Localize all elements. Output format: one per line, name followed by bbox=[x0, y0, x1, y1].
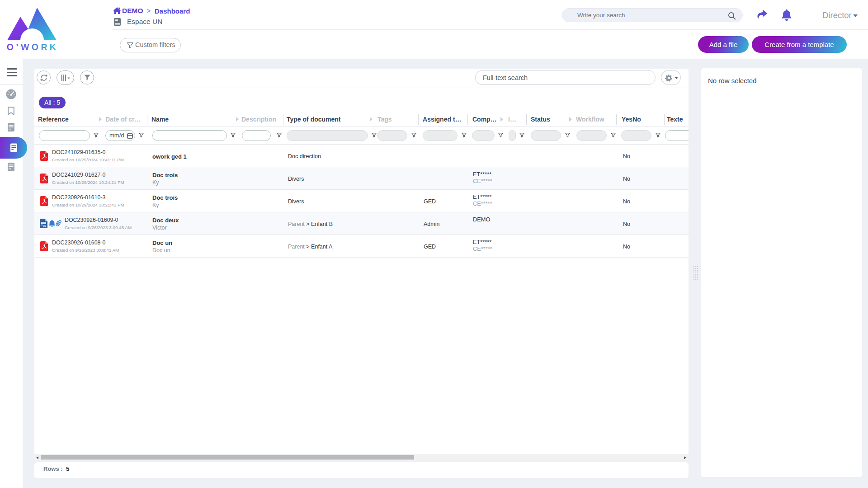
svg-text:w: w bbox=[43, 224, 46, 228]
